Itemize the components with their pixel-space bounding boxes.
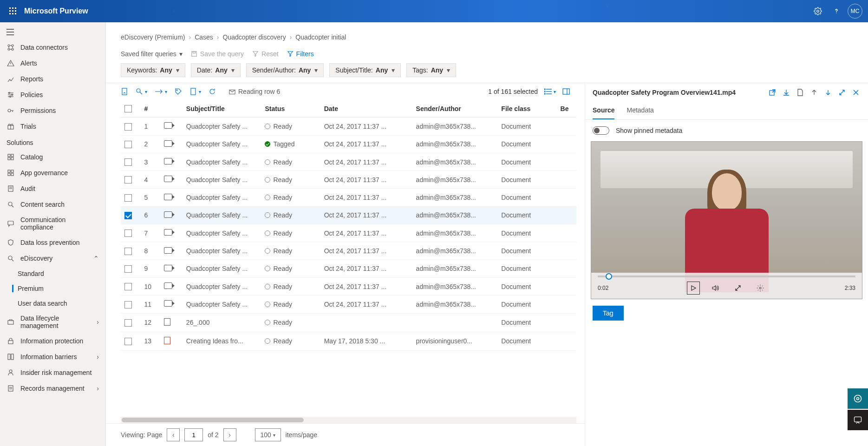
table-row[interactable]: 10 Quadcopter Safety ... Ready Oct 24, 2…	[121, 277, 576, 295]
reset-button[interactable]: Reset	[252, 50, 279, 58]
row-checkbox[interactable]	[124, 194, 132, 202]
col-4[interactable]: Date	[320, 100, 412, 118]
row-checkbox[interactable]	[124, 230, 132, 237]
floating-help-icon[interactable]	[848, 388, 868, 409]
tab-source[interactable]: Source	[593, 102, 614, 119]
nav-information-barriers[interactable]: Information barriers›	[0, 349, 105, 365]
popout-icon[interactable]	[768, 88, 777, 97]
col-0[interactable]: #	[140, 100, 160, 118]
row-checkbox[interactable]	[124, 123, 132, 131]
nav-trials[interactable]: Trials	[0, 118, 105, 134]
filter-pill-4[interactable]: Tags: Any ▾	[406, 63, 456, 77]
saved-queries-dropdown[interactable]: Saved filter queries▾	[121, 50, 183, 58]
row-checkbox[interactable]	[124, 283, 132, 290]
pager-perpage[interactable]: 100▾	[255, 428, 281, 441]
table-row[interactable]: 5 Quadcopter Safety ... Ready Oct 24, 20…	[121, 189, 576, 206]
row-checkbox[interactable]	[124, 176, 132, 184]
table-row[interactable]: 13 Creating Ideas fro... Ready May 17, 2…	[121, 332, 576, 350]
tb-layout-icon[interactable]	[562, 88, 570, 95]
nav-standard[interactable]: Standard	[0, 266, 105, 281]
breadcrumb-1[interactable]: Cases	[195, 33, 213, 41]
floating-feedback-icon[interactable]	[848, 410, 868, 430]
row-checkbox[interactable]	[124, 212, 132, 219]
col-6[interactable]: File class	[497, 100, 556, 118]
col-3[interactable]: Status	[261, 100, 320, 118]
row-checkbox[interactable]	[124, 248, 132, 255]
nav-catalog[interactable]: Catalog	[0, 149, 105, 165]
download-icon[interactable]	[782, 88, 791, 97]
metadata-toggle[interactable]	[593, 126, 609, 135]
user-avatar[interactable]: MC	[848, 4, 862, 19]
tb-refresh-icon[interactable]	[209, 88, 216, 95]
breadcrumb-3[interactable]: Quadcopter initial	[295, 33, 346, 41]
table-row[interactable]: 7 Quadcopter Safety ... Ready Oct 24, 20…	[121, 224, 576, 242]
nav-communication-compliance[interactable]: Communication compliance	[0, 212, 105, 235]
pager-page-input[interactable]	[184, 428, 203, 441]
doc-icon[interactable]	[796, 88, 805, 97]
help-icon[interactable]	[827, 2, 846, 20]
close-icon[interactable]	[851, 88, 861, 97]
filter-pill-0[interactable]: Keywords: Any ▾	[121, 63, 185, 77]
video-play-icon[interactable]	[687, 282, 700, 295]
pager-prev[interactable]: ‹	[167, 428, 180, 441]
row-checkbox[interactable]	[124, 319, 132, 327]
video-seekbar[interactable]	[598, 275, 855, 277]
table-row[interactable]: 6 Quadcopter Safety ... Ready Oct 24, 20…	[121, 206, 576, 224]
tb-label-icon[interactable]	[175, 88, 182, 95]
expand-icon[interactable]	[837, 88, 847, 97]
nav-data-loss-prevention[interactable]: Data loss prevention	[0, 235, 105, 250]
filters-button[interactable]: Filters	[287, 50, 314, 58]
video-player[interactable]: 0:02 2:33	[591, 141, 862, 299]
settings-icon[interactable]	[809, 2, 827, 20]
nav-data-lifecycle-management[interactable]: Data lifecycle management›	[0, 311, 105, 333]
filter-pill-3[interactable]: Subject/Title: Any ▾	[329, 63, 401, 77]
video-settings-icon[interactable]	[754, 282, 767, 295]
save-query-button[interactable]: Save the query	[191, 50, 244, 58]
table-row[interactable]: 8 Quadcopter Safety ... Ready Oct 24, 20…	[121, 242, 576, 260]
table-row[interactable]: 4 Quadcopter Safety ... Ready Oct 24, 20…	[121, 171, 576, 189]
table-row[interactable]: 12 26_.000 Ready Document	[121, 313, 576, 332]
filter-pill-2[interactable]: Sender/Author: Any ▾	[246, 63, 324, 77]
nav-ediscovery[interactable]: eDiscovery⌃	[0, 250, 105, 266]
tag-button[interactable]: Tag	[593, 306, 624, 321]
col-7[interactable]: Be	[557, 100, 576, 118]
nav-reports[interactable]: Reports	[0, 71, 105, 87]
nav-policies[interactable]: Policies	[0, 87, 105, 103]
video-volume-icon[interactable]	[709, 282, 722, 295]
nav-permissions[interactable]: Permissions	[0, 103, 105, 118]
breadcrumb-2[interactable]: Quadcopter discovery	[223, 33, 286, 41]
table-row[interactable]: 9 Quadcopter Safety ... Ready Oct 24, 20…	[121, 260, 576, 277]
breadcrumb-0[interactable]: eDiscovery (Premium)	[121, 33, 185, 41]
app-launcher-icon[interactable]	[6, 4, 20, 19]
row-checkbox[interactable]	[124, 301, 132, 308]
table-row[interactable]: 11 Quadcopter Safety ... Ready Oct 24, 2…	[121, 295, 576, 313]
col-2[interactable]: Subject/Title	[183, 100, 261, 118]
select-all-checkbox[interactable]	[124, 105, 132, 112]
tb-move-icon[interactable]: ▾	[155, 89, 167, 94]
nav-user-data-search[interactable]: User data search	[0, 296, 105, 311]
tb-tag-icon[interactable]: ▾	[136, 88, 147, 95]
nav-information-protection[interactable]: Information protection	[0, 333, 105, 349]
nav-alerts[interactable]: Alerts	[0, 55, 105, 71]
col-1[interactable]	[160, 100, 183, 118]
tb-doc-icon[interactable]	[121, 88, 128, 95]
nav-data-connectors[interactable]: Data connectors	[0, 39, 105, 55]
nav-app-governance[interactable]: App governance	[0, 165, 105, 181]
sidebar-toggle[interactable]	[0, 26, 105, 39]
nav-audit[interactable]: Audit	[0, 181, 105, 197]
nav-records-management[interactable]: Records management›	[0, 380, 105, 396]
down-icon[interactable]	[823, 88, 833, 97]
row-checkbox[interactable]	[124, 265, 132, 273]
row-checkbox[interactable]	[124, 158, 132, 166]
filter-pill-1[interactable]: Date: Any ▾	[191, 63, 241, 77]
pager-next[interactable]: ›	[223, 428, 236, 441]
up-icon[interactable]	[809, 88, 819, 97]
nav-insider-risk-management[interactable]: Insider risk management	[0, 365, 105, 380]
nav-content-search[interactable]: Content search	[0, 197, 105, 212]
table-row[interactable]: 1 Quadcopter Safety ... Ready Oct 24, 20…	[121, 118, 576, 135]
table-row[interactable]: 3 Quadcopter Safety ... Ready Oct 24, 20…	[121, 153, 576, 171]
tb-doc2-icon[interactable]: ▾	[189, 88, 201, 95]
table-row[interactable]: 2 Quadcopter Safety ... Tagged Oct 24, 2…	[121, 135, 576, 153]
nav-premium[interactable]: Premium	[0, 281, 105, 296]
row-checkbox[interactable]	[124, 141, 132, 148]
